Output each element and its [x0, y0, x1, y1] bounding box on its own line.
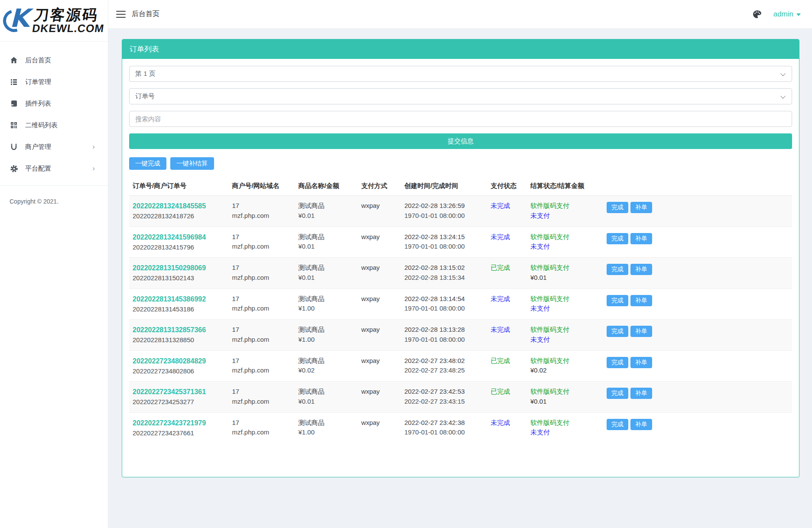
settle-cell: 软件版码支付未支付: [527, 196, 603, 227]
search-field-select[interactable]: 订单号: [129, 88, 792, 104]
product-name: 测试商品: [299, 325, 354, 335]
sidebar-item-home[interactable]: 后台首页: [0, 49, 108, 71]
sidebar-item-platform-config[interactable]: 平台配置 ›: [0, 158, 108, 179]
column-header: [603, 177, 792, 196]
finished-time: 1970-01-01 08:00:00: [404, 304, 484, 314]
pay-status-badge: 未完成: [490, 419, 510, 426]
settle-method: 软件版码支付: [530, 387, 600, 397]
finished-time: 2022-02-28 13:15:34: [404, 273, 484, 283]
merchant-id: 17: [232, 387, 292, 397]
time-cell: 2022-02-28 13:15:022022-02-28 13:15:34: [401, 258, 487, 289]
actions-cell: 完成补单: [603, 196, 792, 227]
merchant-cell: 17mzf.php.com: [229, 196, 295, 227]
order-number-link[interactable]: 2022022723480284829: [133, 356, 206, 366]
row-action-buttons: 完成补单: [607, 388, 789, 399]
complete-button[interactable]: 完成: [607, 233, 628, 244]
supplement-button[interactable]: 补单: [630, 202, 652, 213]
pay-status-badge: 已完成: [490, 357, 510, 364]
order-number-link[interactable]: 2022022813241845585: [133, 201, 206, 211]
order-row: 20220227234253713612022022723425327717mz…: [129, 382, 792, 413]
settle-method: 软件版码支付: [530, 263, 600, 273]
product-amount: ¥1.00: [299, 428, 354, 437]
merchant-icon: [10, 143, 18, 151]
supplement-button[interactable]: 补单: [630, 326, 652, 337]
main-area: 后台首页 admin 订单列表 第 1 页: [108, 0, 812, 528]
order-number-link[interactable]: 2022022813150298069: [133, 263, 206, 273]
complete-button[interactable]: 完成: [607, 202, 628, 213]
order-number-link[interactable]: 2022022813145386992: [133, 294, 206, 304]
order-number-link[interactable]: 2022022813132857366: [133, 325, 206, 335]
supplement-button[interactable]: 补单: [630, 419, 652, 430]
order-number-cell: 202202281314538699220220228131453186: [129, 288, 229, 320]
pay-status-cell: 未完成: [487, 288, 527, 320]
pay-status-cell: 已完成: [487, 382, 527, 413]
pay-status-cell: 未完成: [487, 412, 527, 443]
settle-method: 软件版码支付: [530, 356, 600, 366]
settle-amount: 未支付: [530, 335, 600, 345]
order-number-link[interactable]: 2022022723425371361: [133, 387, 206, 397]
pay-method-cell: wxpay: [358, 320, 401, 351]
search-input[interactable]: [129, 111, 792, 127]
merchant-cell: 17mzf.php.com: [229, 412, 295, 443]
supplement-button[interactable]: 补单: [630, 295, 652, 306]
settle-method: 软件版码支付: [530, 294, 600, 304]
finished-time: 1970-01-01 08:00:00: [404, 335, 484, 345]
hamburger-menu-icon[interactable]: [116, 11, 126, 18]
complete-button[interactable]: 完成: [607, 326, 628, 337]
merchant-id: 17: [232, 232, 292, 242]
merchant-cell: 17mzf.php.com: [229, 350, 295, 382]
merchant-order-number: 20220227234253277: [133, 397, 225, 407]
column-header: 商品名称/金额: [295, 177, 358, 196]
theme-palette-icon[interactable]: [752, 9, 762, 19]
qrcode-icon: [10, 121, 18, 130]
settle-amount: 未支付: [530, 304, 600, 314]
home-icon: [10, 56, 18, 65]
order-number-cell: 202202272342537136120220227234253277: [129, 382, 229, 413]
chevron-right-icon: ›: [92, 143, 95, 151]
merchant-domain: mzf.php.com: [232, 428, 292, 437]
time-cell: 2022-02-27 23:42:381970-01-01 08:00:00: [401, 412, 487, 443]
sidebar-item-qrcode[interactable]: 二维码列表: [0, 114, 108, 136]
complete-button[interactable]: 完成: [607, 264, 628, 275]
page-select[interactable]: 第 1 页: [129, 66, 792, 82]
actions-cell: 完成补单: [603, 258, 792, 289]
topbar: 后台首页 admin: [108, 0, 812, 29]
created-time: 2022-02-28 13:24:15: [404, 232, 484, 242]
sidebar-item-plugins[interactable]: 插件列表: [0, 93, 108, 114]
merchant-id: 17: [232, 263, 292, 273]
chevron-right-icon: ›: [92, 164, 95, 173]
actions-cell: 完成补单: [603, 382, 792, 413]
pay-method-cell: wxpay: [358, 227, 401, 258]
supplement-button[interactable]: 补单: [630, 264, 652, 275]
merchant-order-number: 20220228131453186: [133, 304, 225, 314]
sidebar-item-merchants[interactable]: 商户管理 ›: [0, 136, 108, 158]
order-number-link[interactable]: 2022022723423721979: [133, 418, 206, 428]
merchant-cell: 17mzf.php.com: [229, 227, 295, 258]
complete-button[interactable]: 完成: [607, 357, 628, 368]
product-cell: 测试商品¥1.00: [295, 412, 358, 443]
merchant-cell: 17mzf.php.com: [229, 320, 295, 351]
order-row: 20220228131502980692022022813150214317mz…: [129, 258, 792, 289]
brand-logo-icon: K: [3, 5, 31, 36]
user-menu[interactable]: admin: [773, 10, 801, 19]
actions-cell: 完成补单: [603, 288, 792, 320]
actions-cell: 完成补单: [603, 350, 792, 382]
complete-button[interactable]: 完成: [607, 295, 628, 306]
complete-button[interactable]: 完成: [607, 388, 628, 399]
pay-status-cell: 已完成: [487, 350, 527, 382]
supplement-button[interactable]: 补单: [630, 233, 652, 244]
orders-table-head-row: 订单号/商户订单号商户号/网站域名商品名称/金额支付方式创建时间/完成时间支付状…: [129, 177, 792, 196]
submit-button[interactable]: 提交信息: [129, 133, 792, 149]
complete-all-button[interactable]: 一键完成: [129, 157, 166, 170]
row-action-buttons: 完成补单: [607, 326, 789, 337]
pay-status-badge: 未完成: [490, 295, 510, 302]
supplement-button[interactable]: 补单: [630, 388, 652, 399]
resettle-all-button[interactable]: 一键补结算: [170, 157, 214, 170]
column-header: 创建时间/完成时间: [401, 177, 487, 196]
merchant-id: 17: [232, 356, 292, 366]
sidebar-nav: 后台首页 订单管理 插件列表: [0, 42, 108, 186]
order-number-link[interactable]: 2022022813241596984: [133, 232, 206, 243]
complete-button[interactable]: 完成: [607, 419, 628, 430]
supplement-button[interactable]: 补单: [630, 357, 652, 368]
sidebar-item-orders[interactable]: 订单管理: [0, 71, 108, 93]
